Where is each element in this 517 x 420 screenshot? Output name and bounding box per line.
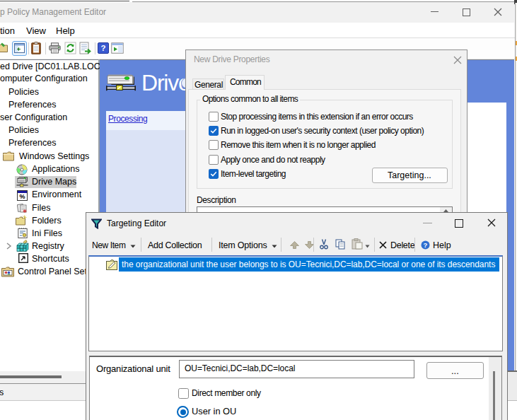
svg-text:%: % bbox=[19, 193, 25, 200]
svg-text:?: ? bbox=[424, 241, 428, 249]
svg-text:?: ? bbox=[100, 44, 105, 52]
